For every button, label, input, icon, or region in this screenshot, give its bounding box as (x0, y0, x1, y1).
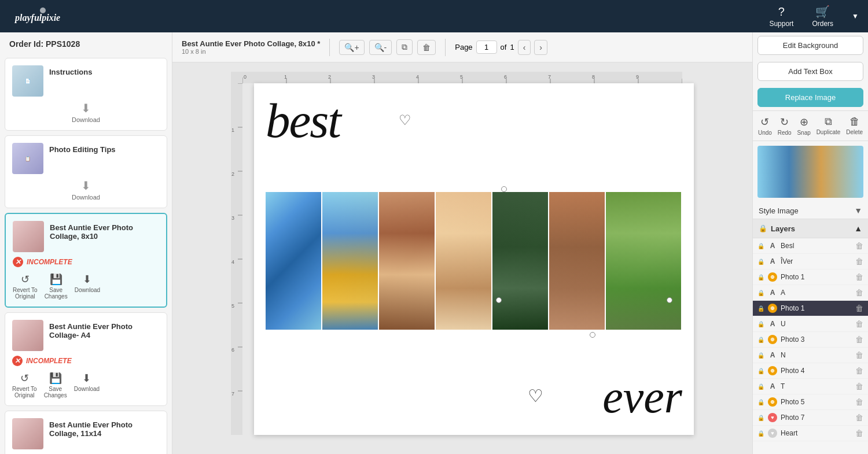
revert-button-a4[interactable]: ↺ Revert ToOriginal (12, 372, 37, 398)
download-button[interactable]: ⬇ Download (75, 273, 100, 300)
sidebar-item-header: 📋 Photo Editing Tips (12, 143, 160, 174)
duplicate-button[interactable]: ⧉ Duplicate (816, 116, 841, 136)
prev-page-button[interactable]: ‹ (518, 40, 531, 55)
canvas-title-main: Best Auntie Ever Photo Collage, 8x10 * (182, 39, 320, 48)
download-button-a4[interactable]: ⬇ Download (74, 372, 100, 398)
photo-letter-e[interactable] (549, 192, 605, 330)
orders-button[interactable]: 🛒 Orders (812, 5, 833, 28)
layer-delete-icon[interactable]: 🗑 (855, 350, 863, 360)
sidebar-item-auntie-8x10[interactable]: Best Auntie Ever Photo Collage, 8x10 ✕ I… (5, 213, 167, 308)
style-image-row[interactable]: Style Image ▼ (753, 202, 868, 219)
layer-delete-icon[interactable]: 🗑 (855, 257, 863, 266)
layer-delete-icon[interactable]: 🗑 (855, 304, 863, 313)
layer-item-photo1b[interactable]: 🔒 ⊕ Photo 1 🗑 (753, 301, 868, 316)
layer-delete-icon[interactable]: 🗑 (855, 272, 863, 282)
preview-image (757, 146, 863, 198)
layer-delete-icon[interactable]: 🗑 (855, 366, 863, 375)
sidebar-item-auntie-11x14[interactable]: Best Auntie Ever Photo Collage, 11x14 (5, 411, 167, 454)
lock-icon: 🔒 (757, 352, 764, 359)
support-icon: ? (778, 5, 785, 19)
replace-image-button[interactable]: Replace Image (757, 88, 863, 107)
delete-button[interactable]: 🗑 Delete (846, 116, 863, 136)
layer-delete-icon[interactable]: 🗑 (855, 382, 863, 391)
layer-item-t[interactable]: 🔒 A T 🗑 (753, 379, 868, 394)
layer-item-iver[interactable]: 🔒 A ÎVer 🗑 (753, 254, 868, 270)
edit-toolbar-icons: ↺ Undo ↻ Redo ⊕ Snap ⧉ Duplicate 🗑 Delet… (753, 110, 868, 141)
canvas-wrapper[interactable]: 0 1 2 3 4 5 6 (172, 62, 752, 454)
canvas-toolbar: Best Auntie Ever Photo Collage, 8x10 * 1… (172, 32, 752, 62)
delete-icon: 🗑 (849, 116, 860, 128)
instructions-download[interactable]: ⬇ Download (12, 101, 160, 123)
save-icon-a4: 💾 (49, 372, 62, 385)
selection-handle-left[interactable] (496, 297, 502, 303)
lock-icon: 🔒 (757, 399, 764, 405)
layer-item-heart[interactable]: 🔒 ♥ Heart 🗑 (753, 426, 868, 441)
save-changes-button-a4[interactable]: 💾 SaveChanges (44, 372, 67, 398)
toolbar-divider (329, 39, 330, 56)
order-id: Order Id: PPS1028 (0, 32, 172, 56)
svg-text:7: 7 (548, 74, 551, 80)
photo-letter-a[interactable] (266, 192, 321, 330)
photo-letter-u[interactable] (322, 192, 378, 330)
layer-delete-icon[interactable]: 🗑 (855, 413, 863, 422)
best-text: best (266, 92, 340, 149)
layer-item-u[interactable]: 🔒 A U 🗑 (753, 316, 868, 332)
zoom-in-button[interactable]: 🔍+ (339, 40, 364, 55)
canvas-document[interactable]: best ♡ (254, 83, 694, 435)
toolbar-zoom-group: 🔍+ 🔍- ⧉ 🗑 (339, 39, 436, 55)
selection-handle-right[interactable] (667, 297, 672, 303)
sidebar-item-instructions[interactable]: 📄 Instructions ⬇ Download (5, 58, 167, 131)
layers-collapse-icon[interactable]: ▲ (854, 224, 862, 233)
layer-item-photo7[interactable]: 🔒 ♥ Photo 7 🗑 (753, 410, 868, 426)
photo-letter-t[interactable] (436, 192, 491, 330)
revert-button[interactable]: ↺ Revert ToOriginal (13, 273, 38, 300)
selection-handle-top[interactable] (501, 186, 507, 192)
photo-letter-n[interactable] (379, 192, 435, 330)
svg-text:playfulpixie: playfulpixie (14, 13, 60, 23)
svg-text:1: 1 (231, 127, 234, 133)
layers-header[interactable]: 🔒 Layers ▲ (753, 219, 868, 238)
add-text-box-button[interactable]: Add Text Box (757, 62, 863, 81)
svg-text:1: 1 (284, 74, 287, 80)
undo-button[interactable]: ↺ Undo (758, 116, 772, 136)
download-icon: ⬇ (81, 101, 91, 115)
layer-delete-icon[interactable]: 🗑 (855, 288, 863, 297)
layer-delete-icon[interactable]: 🗑 (855, 241, 863, 250)
layer-item-photo5[interactable]: 🔒 ⊕ Photo 5 🗑 (753, 394, 868, 410)
text-type-icon: A (768, 288, 777, 297)
sidebar-item-auntie-a4[interactable]: Best Auntie Ever Photo Collage- A4 ✕ INC… (5, 312, 167, 406)
svg-text:2: 2 (328, 74, 331, 80)
heart-decoration-top: ♡ (399, 112, 411, 128)
edit-background-button[interactable]: Edit Background (757, 36, 863, 55)
download-icon-a4: ⬇ (82, 372, 91, 385)
layer-delete-icon[interactable]: 🗑 (855, 397, 863, 407)
layer-item-photo4[interactable]: 🔒 ⊕ Photo 4 🗑 (753, 363, 868, 379)
tips-download[interactable]: ⬇ Download (12, 179, 160, 201)
zoom-out-button[interactable]: 🔍- (369, 40, 392, 55)
save-changes-button[interactable]: 💾 SaveChanges (45, 273, 68, 300)
layer-delete-icon[interactable]: 🗑 (855, 429, 863, 438)
layer-item-a[interactable]: 🔒 A A 🗑 (753, 285, 868, 301)
delete-canvas-button[interactable]: 🗑 (417, 40, 436, 55)
page-number-input[interactable] (476, 40, 497, 54)
svg-text:9: 9 (636, 74, 639, 80)
auntie-a4-title: Best Auntie Ever Photo Collage- A4 (49, 320, 160, 339)
selection-handle-bottom[interactable] (590, 332, 595, 338)
photo-heart[interactable] (606, 192, 681, 330)
sidebar-item-tips[interactable]: 📋 Photo Editing Tips ⬇ Download (5, 135, 167, 208)
layer-item-photo1[interactable]: 🔒 ⊕ Photo 1 🗑 (753, 270, 868, 285)
heart-type-icon: ♥ (768, 413, 777, 422)
preview-image-inner (757, 146, 863, 198)
layer-item-n[interactable]: 🔒 A N 🗑 (753, 348, 868, 363)
next-page-button[interactable]: › (534, 40, 547, 55)
layer-item-photo3[interactable]: 🔒 ⊕ Photo 3 🗑 (753, 332, 868, 348)
snap-button[interactable]: ⊕ Snap (797, 116, 810, 136)
menu-expand[interactable]: ▼ (852, 12, 859, 20)
layer-item-best[interactable]: 🔒 A Besl 🗑 (753, 238, 868, 254)
support-button[interactable]: ? Support (769, 5, 793, 28)
redo-button[interactable]: ↻ Redo (778, 116, 792, 136)
layer-delete-icon[interactable]: 🗑 (855, 335, 863, 344)
photo-letter-i[interactable] (492, 192, 548, 330)
copy-button[interactable]: ⧉ (396, 39, 413, 55)
layer-delete-icon[interactable]: 🗑 (855, 319, 863, 328)
